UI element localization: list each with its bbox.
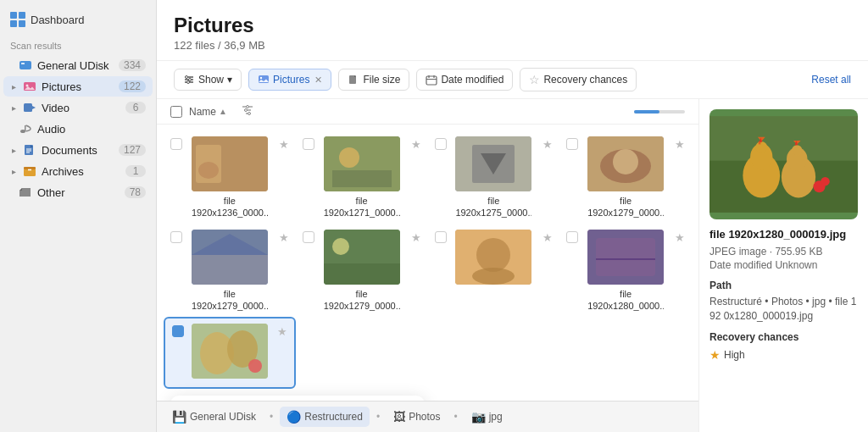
sidebar-item-documents[interactable]: ▸ Documents 127 — [3, 140, 153, 160]
preview-date: Date modified Unknown — [709, 259, 858, 271]
sidebar-item-general-udisk[interactable]: General UDisk 334 — [3, 55, 153, 75]
jpg-tab-icon: 📷 — [471, 410, 486, 424]
file-checkbox[interactable] — [566, 138, 578, 150]
recovery-row: ★ High — [709, 348, 858, 362]
breadcrumb-separator: • — [376, 411, 380, 423]
svg-point-61 — [248, 359, 262, 373]
size-slider — [634, 110, 685, 114]
file-checkbox[interactable] — [170, 138, 182, 150]
date-modified-button[interactable]: Date modified — [416, 69, 513, 91]
dashboard-button[interactable]: Dashboard — [10, 12, 85, 27]
video-icon — [23, 101, 36, 114]
svg-rect-13 — [24, 167, 36, 169]
svg-point-53 — [476, 238, 510, 272]
list-item[interactable]: ★ file1920x1236_0000.... — [164, 131, 296, 224]
file-name: file1920x1271_0000.... — [324, 195, 400, 219]
recovery-section: Recovery chances ★ High — [709, 331, 858, 362]
dashboard-icon — [10, 12, 25, 27]
svg-point-66 — [755, 141, 767, 153]
sliders-icon — [183, 74, 195, 86]
filter-icon-button[interactable] — [241, 104, 254, 119]
preview-type: JPEG image — [709, 246, 766, 258]
sidebar-item-archives[interactable]: ▸ Archives 1 — [3, 161, 153, 181]
file-thumbnail — [192, 324, 268, 379]
star-icon[interactable]: ★ — [675, 138, 685, 151]
sidebar-item-label: Other — [37, 186, 120, 199]
svg-point-32 — [244, 109, 247, 112]
file-checkbox[interactable] — [172, 325, 184, 337]
bottom-tab-restructured[interactable]: 🔵 Restructured — [280, 407, 370, 427]
recovery-chances-button[interactable]: ☆ Recovery chances — [520, 68, 637, 91]
star-outline-icon: ☆ — [529, 73, 540, 86]
sidebar-item-other[interactable]: Other 78 — [3, 182, 153, 202]
star-icon[interactable]: ★ — [542, 231, 553, 244]
bottom-tab-photos[interactable]: 🖼 Photos — [387, 407, 447, 427]
list-item[interactable]: ★ — [164, 317, 296, 389]
slider-track[interactable] — [634, 110, 685, 114]
list-item[interactable]: ★ file1920x1280_0000.... — [559, 224, 692, 318]
grid-wrapper: Name ▲ ★ — [157, 99, 698, 432]
svg-rect-24 — [426, 76, 437, 85]
sidebar-item-pictures[interactable]: ▸ Pictures 122 — [3, 76, 153, 97]
sidebar-item-count: 78 — [125, 186, 146, 198]
list-item[interactable]: ★ file1920x1271_0000.... — [296, 131, 428, 224]
recovery-label: Recovery chances — [709, 331, 858, 343]
file-size-button[interactable]: File size — [338, 69, 409, 91]
dashboard-label: Dashboard — [31, 14, 85, 26]
file-thumbnail — [324, 230, 400, 285]
list-item[interactable]: ★ file1920x1279_0000.... — [164, 224, 296, 318]
list-item[interactable]: ★ — [428, 224, 560, 318]
star-icon[interactable]: ★ — [542, 138, 553, 151]
other-icon — [19, 186, 32, 199]
recovery-value: High — [724, 349, 745, 361]
chevron-down-icon: ▾ — [227, 74, 232, 86]
reset-all-button[interactable]: Reset all — [811, 74, 851, 86]
svg-point-22 — [260, 77, 262, 79]
file-checkbox[interactable] — [303, 231, 314, 243]
list-item[interactable]: ★ file1920x1279_0000.... — [296, 224, 428, 318]
file-size-icon — [348, 75, 359, 85]
bottom-tab-jpg[interactable]: 📷 jpg — [465, 407, 509, 427]
grid-area: Name ▲ ★ — [157, 99, 868, 432]
star-icon[interactable]: ★ — [279, 138, 289, 151]
calendar-icon — [426, 75, 437, 86]
list-item[interactable]: ★ file1920x1275_0000.... — [428, 131, 560, 224]
pictures-filter-button[interactable]: Pictures ✕ — [248, 69, 331, 91]
list-item[interactable]: ★ file1920x1279_0000.... — [559, 131, 692, 224]
star-icon[interactable]: ★ — [411, 231, 421, 244]
star-icon[interactable]: ★ — [279, 231, 289, 244]
expand-icon: ▸ — [12, 167, 16, 176]
sidebar-item-video[interactable]: ▸ Video 6 — [3, 97, 153, 118]
date-modified-label: Date modified — [441, 74, 504, 86]
sort-icon[interactable]: ▲ — [219, 107, 227, 116]
scan-results-label: Scan results — [0, 36, 156, 54]
file-name: file1920x1279_0000.... — [192, 288, 268, 313]
file-checkbox[interactable] — [303, 138, 314, 150]
sidebar-item-count: 127 — [119, 144, 146, 156]
bottom-tab-general-udisk[interactable]: 💾 General UDisk — [165, 407, 263, 427]
file-checkbox[interactable] — [435, 138, 447, 150]
sidebar-item-label: Video — [42, 102, 120, 114]
select-all-checkbox[interactable] — [170, 106, 182, 118]
expand-icon: ▸ — [12, 103, 16, 113]
show-button[interactable]: Show ▾ — [174, 69, 242, 91]
sidebar-item-label: Archives — [42, 165, 120, 178]
star-icon[interactable]: ★ — [675, 231, 685, 244]
star-icon[interactable]: ★ — [277, 325, 287, 338]
path-label: Path — [709, 280, 858, 291]
bottom-tab-label: jpg — [489, 411, 503, 423]
sidebar-item-count: 6 — [125, 102, 146, 114]
svg-point-18 — [186, 76, 188, 79]
general-udisk-icon — [19, 58, 32, 72]
close-icon[interactable]: ✕ — [314, 75, 322, 86]
sidebar-item-count: 334 — [119, 59, 146, 71]
file-thumbnail — [324, 136, 400, 191]
sidebar-item-audio[interactable]: Audio — [3, 119, 153, 139]
file-checkbox[interactable] — [435, 231, 447, 243]
svg-point-72 — [792, 145, 802, 155]
file-checkbox[interactable] — [566, 231, 578, 243]
file-checkbox[interactable] — [170, 231, 182, 243]
file-name: file1920x1236_0000.... — [192, 195, 268, 219]
svg-rect-39 — [332, 170, 392, 187]
star-icon[interactable]: ★ — [411, 138, 421, 151]
